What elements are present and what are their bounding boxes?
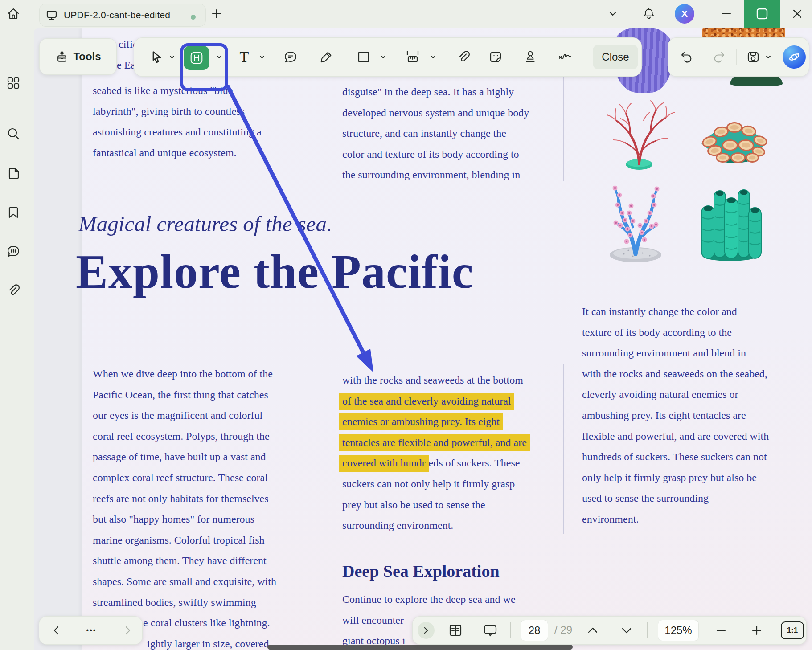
sidebar	[0, 28, 34, 650]
bottombar-divider	[647, 622, 648, 638]
chevron-down-icon	[621, 625, 632, 636]
select-tool-button[interactable]	[147, 47, 167, 67]
save-button[interactable]	[743, 47, 763, 67]
home-button[interactable]	[5, 6, 21, 22]
close-toolbar-button[interactable]: Close	[593, 45, 638, 69]
next-page-button[interactable]	[617, 621, 636, 640]
measure-tool-button[interactable]	[403, 47, 422, 67]
text-tool-icon: T	[240, 49, 249, 65]
attachment-tool-button[interactable]	[454, 47, 473, 67]
save-icon	[746, 50, 760, 64]
chevron-down-icon	[608, 9, 618, 19]
bell-icon	[642, 7, 656, 20]
sidebar-item-attachments[interactable]	[4, 281, 23, 300]
ruler-icon	[405, 49, 420, 65]
chevron-down-icon	[259, 54, 265, 60]
highlight-tool-dropdown[interactable]	[216, 53, 223, 61]
zoom-level: 125%	[664, 624, 692, 637]
presentation-icon	[483, 623, 498, 638]
minimize-icon	[721, 8, 732, 19]
comment-icon	[283, 50, 298, 64]
paperclip-icon	[6, 283, 21, 298]
ai-assistant-button[interactable]	[783, 45, 806, 69]
actual-size-button[interactable]: 1:1	[781, 621, 804, 639]
forward-button[interactable]	[118, 621, 137, 640]
close-window-button[interactable]	[789, 6, 805, 22]
blue-coral-image	[602, 179, 671, 266]
actual-size-label: 1:1	[787, 626, 798, 635]
doc-subtitle: Magical creatures of the sea.	[78, 211, 332, 237]
sidebar-item-comments[interactable]	[4, 241, 23, 261]
sidebar-item-thumbnails[interactable]	[4, 73, 23, 93]
chevron-down-icon	[169, 54, 175, 60]
zoom-out-button[interactable]	[711, 621, 731, 640]
page-number-input[interactable]: 28	[521, 620, 548, 641]
plus-icon	[751, 625, 762, 636]
sticker-tool-button[interactable]	[486, 47, 505, 67]
measure-tool-dropdown[interactable]	[430, 53, 437, 61]
pencil-tool-button[interactable]	[316, 47, 336, 67]
sidebar-item-search[interactable]	[4, 124, 23, 143]
close-label: Close	[602, 51, 629, 63]
bottombar-divider	[510, 622, 511, 638]
highlight-tool-button[interactable]	[184, 46, 209, 70]
maximize-icon	[756, 8, 768, 20]
column-divider	[313, 364, 313, 644]
sidebar-item-design[interactable]	[4, 648, 23, 650]
undo-icon	[680, 50, 693, 64]
paperclip-icon	[456, 50, 471, 64]
shape-tool-dropdown[interactable]	[380, 53, 387, 61]
monitor-icon	[46, 9, 57, 21]
chevron-up-icon	[587, 625, 599, 636]
column3-body-paragraph: It can instantly change the color andtex…	[582, 301, 769, 530]
expand-panel-button[interactable]	[418, 622, 435, 639]
save-dropdown[interactable]	[765, 53, 772, 61]
unsaved-dot	[191, 15, 196, 20]
horizontal-scrollbar[interactable]	[267, 645, 573, 650]
user-avatar[interactable]: X	[675, 4, 694, 24]
red-branch-coral-image	[601, 97, 677, 172]
new-tab-button[interactable]	[209, 6, 225, 22]
minus-icon	[716, 625, 726, 636]
search-icon	[6, 127, 21, 141]
redo-button[interactable]	[709, 47, 729, 67]
select-tool-dropdown[interactable]	[168, 53, 176, 61]
text-tool-button[interactable]: T	[234, 47, 254, 67]
undo-button[interactable]	[677, 47, 696, 67]
document-tab[interactable]: UPDF-2.0-cant-be-edited	[39, 4, 206, 27]
more-options-button[interactable]: •••	[82, 621, 101, 640]
back-button[interactable]	[47, 621, 66, 640]
page-layout-button[interactable]	[446, 621, 465, 640]
page-icon	[6, 166, 21, 180]
titlebar-divider	[708, 8, 708, 20]
highlighter-icon	[189, 50, 204, 65]
column-divider	[563, 364, 564, 534]
signature-tool-button[interactable]	[555, 47, 575, 67]
zoom-level-input[interactable]: 125%	[658, 620, 699, 641]
zoom-in-button[interactable]	[747, 621, 767, 640]
doc-title: Explore the Pacific	[76, 244, 474, 299]
sidebar-item-pages[interactable]	[4, 164, 23, 183]
two-page-view-icon	[448, 623, 463, 638]
window-menu-button[interactable]	[605, 6, 621, 22]
stamp-tool-button[interactable]	[521, 47, 540, 67]
comment-lines-icon	[6, 244, 21, 258]
previous-page-button[interactable]	[583, 621, 603, 640]
cup-coral-image	[693, 102, 774, 168]
text-tool-dropdown[interactable]	[258, 53, 266, 61]
section-heading: Deep Sea Exploration	[342, 561, 500, 581]
chevron-right-icon	[122, 625, 133, 636]
redo-icon	[713, 50, 726, 64]
column2-intro-paragraph: disguise" in the deep sea. It has a high…	[342, 82, 529, 185]
signature-icon	[557, 49, 573, 65]
notifications-button[interactable]	[641, 6, 657, 22]
presentation-button[interactable]	[480, 621, 500, 640]
plus-icon	[211, 8, 222, 20]
sidebar-item-bookmarks[interactable]	[4, 203, 23, 222]
chevron-down-icon	[765, 54, 771, 60]
comment-tool-button[interactable]	[281, 47, 300, 67]
minimize-button[interactable]	[718, 6, 734, 22]
shape-tool-button[interactable]	[354, 47, 373, 67]
maximize-button[interactable]	[744, 0, 780, 28]
tools-button[interactable]: Tools	[39, 38, 117, 75]
